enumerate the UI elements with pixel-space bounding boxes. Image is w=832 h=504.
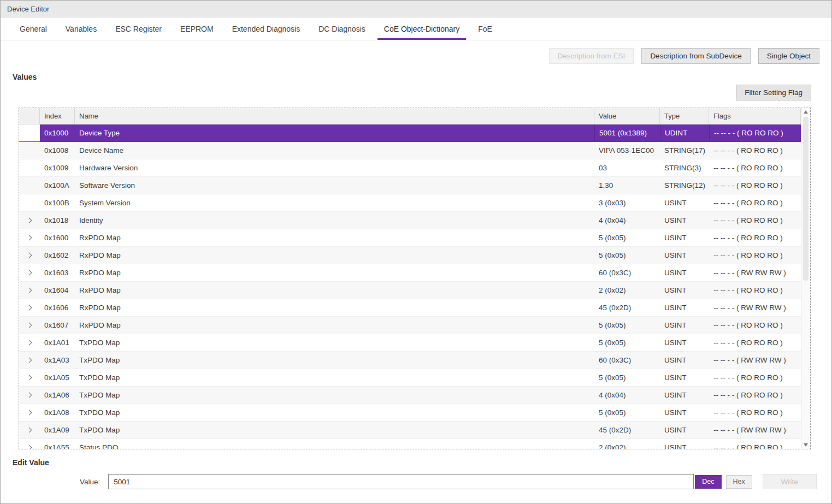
name-cell: RxPDO Map [75,282,594,299]
value-cell: 45 (0x2D) [594,299,660,316]
tab-extended-diagnosis[interactable]: Extended Diagnosis [223,17,310,40]
index-cell: 0x1600 [40,229,75,246]
expand-cell[interactable] [19,229,40,246]
expand-cell [19,124,40,141]
name-cell: TxPDO Map [75,422,594,438]
expand-cell[interactable] [19,212,40,229]
table-row[interactable]: 0x1000Device Type5001 (0x1389)UDINT-- --… [19,124,801,142]
flags-cell: -- -- - - ( RO RO RO ) [709,317,801,334]
table-row[interactable]: 0x1602RxPDO Map5 (0x05)USINT-- -- - - ( … [19,247,801,264]
expand-cell[interactable] [19,247,40,264]
tab-variables[interactable]: Variables [56,17,106,40]
expand-cell[interactable] [19,264,40,281]
table-row[interactable]: 0x1604RxPDO Map2 (0x02)USINT-- -- - - ( … [19,282,801,299]
type-cell: USINT [660,282,709,299]
chevron-right-icon[interactable] [26,305,32,311]
chevron-right-icon[interactable] [26,340,32,346]
expand-cell[interactable] [19,282,40,299]
dec-button[interactable]: Dec [695,475,721,489]
expand-cell[interactable] [19,317,40,334]
table-row[interactable]: 0x1009Hardware Version03STRING(3)-- -- -… [19,159,801,177]
hex-button[interactable]: Hex [726,475,752,489]
chevron-right-icon[interactable] [26,375,32,381]
tab-esc-register[interactable]: ESC Register [106,17,171,40]
expand-cell[interactable] [19,422,40,438]
flags-cell: -- -- - - ( RW RW RW ) [709,352,801,369]
table-row[interactable]: 0x1600RxPDO Map5 (0x05)USINT-- -- - - ( … [19,229,801,247]
table-row[interactable]: 0x1A09TxPDO Map45 (0x2D)USINT-- -- - - (… [19,422,801,439]
table-row[interactable]: 0x1A05TxPDO Map5 (0x05)USINT-- -- - - ( … [19,369,801,387]
chevron-right-icon[interactable] [26,428,32,433]
scroll-down-icon[interactable] [804,443,808,447]
type-cell: USINT [660,369,709,386]
scroll-up-icon[interactable] [804,110,808,114]
table-row[interactable]: 0x1A55Status PDO2 (0x02)USINT-- -- - - (… [19,439,801,449]
value-cell: 2 (0x02) [594,439,660,449]
chevron-right-icon[interactable] [26,323,32,328]
chevron-right-icon[interactable] [26,393,32,398]
description-from-subdevice-button[interactable]: Description from SubDevice [641,48,750,64]
name-cell: TxPDO Map [75,387,594,404]
name-cell: System Version [75,194,594,211]
index-cell: 0x1018 [40,212,75,229]
column-header-type[interactable]: Type [660,108,709,124]
table-row[interactable]: 0x1A03TxPDO Map60 (0x3C)USINT-- -- - - (… [19,352,801,369]
table-row[interactable]: 0x1607RxPDO Map5 (0x05)USINT-- -- - - ( … [19,317,801,334]
index-cell: 0x1602 [40,247,75,264]
table-row[interactable]: 0x1008Device NameVIPA 053-1EC00STRING(17… [19,142,801,159]
table-row[interactable]: 0x100BSystem Version3 (0x03)USINT-- -- -… [19,194,801,212]
type-cell: STRING(12) [660,177,709,194]
chevron-right-icon[interactable] [26,235,32,241]
single-object-button[interactable]: Single Object [758,48,819,64]
value-cell: 5 (0x05) [594,247,660,264]
index-cell: 0x100B [40,194,75,211]
expand-cell[interactable] [19,299,40,316]
index-cell: 0x1607 [40,317,75,334]
tab-coe-object-dictionary[interactable]: CoE Object-Dictionary [375,17,469,40]
index-cell: 0x1009 [40,159,75,176]
chevron-right-icon[interactable] [26,445,32,449]
expand-cell[interactable] [19,369,40,386]
vertical-scrollbar[interactable] [801,108,810,449]
tab-general[interactable]: General [10,17,56,40]
expand-cell[interactable] [19,404,40,421]
table-row[interactable]: 0x1606RxPDO Map45 (0x2D)USINT-- -- - - (… [19,299,801,317]
table-row[interactable]: 0x1018Identity4 (0x04)USINT-- -- - - ( R… [19,212,801,229]
name-cell: TxPDO Map [75,334,594,351]
column-header-flags[interactable]: Flags [709,108,801,124]
expand-cell[interactable] [19,334,40,351]
description-buttons-row: Description from ESI Description from Su… [1,40,831,64]
table-row[interactable]: 0x100ASoftware Version1.30STRING(12)-- -… [19,177,801,194]
value-cell: 4 (0x04) [594,387,660,404]
table-row[interactable]: 0x1603RxPDO Map60 (0x3C)USINT-- -- - - (… [19,264,801,282]
expand-cell[interactable] [19,387,40,404]
tab-eeprom[interactable]: EEPROM [171,17,223,40]
chevron-right-icon[interactable] [26,358,32,363]
filter-setting-flag-button[interactable]: Filter Setting Flag [736,85,811,100]
name-cell: Hardware Version [75,159,594,176]
chevron-right-icon[interactable] [26,410,32,416]
value-cell: 5 (0x05) [594,229,660,246]
table-row[interactable]: 0x1A06TxPDO Map4 (0x04)USINT-- -- - - ( … [19,387,801,404]
flags-cell: -- -- - - ( RO RO RO ) [709,439,801,449]
value-cell: 60 (0x3C) [594,352,660,369]
column-header-value[interactable]: Value [594,108,660,124]
chevron-right-icon[interactable] [26,218,32,223]
table-row[interactable]: 0x1A01TxPDO Map5 (0x05)USINT-- -- - - ( … [19,334,801,352]
value-input[interactable] [108,474,694,489]
value-cell: 2 (0x02) [594,282,660,299]
column-header-index[interactable]: Index [40,108,75,124]
chevron-right-icon[interactable] [26,288,32,293]
chevron-right-icon[interactable] [26,270,32,276]
column-header-name[interactable]: Name [75,108,594,124]
expand-cell[interactable] [19,439,40,449]
table-row[interactable]: 0x1A08TxPDO Map5 (0x05)USINT-- -- - - ( … [19,404,801,422]
name-cell: TxPDO Map [75,369,594,386]
index-cell: 0x100A [40,177,75,194]
tab-foe[interactable]: FoE [469,17,501,40]
chevron-right-icon[interactable] [26,253,32,258]
filter-row: Filter Setting Flag [1,81,831,100]
scrollbar-thumb[interactable] [803,117,809,281]
tab-dc-diagnosis[interactable]: DC Diagnosis [309,17,375,40]
expand-cell[interactable] [19,352,40,369]
